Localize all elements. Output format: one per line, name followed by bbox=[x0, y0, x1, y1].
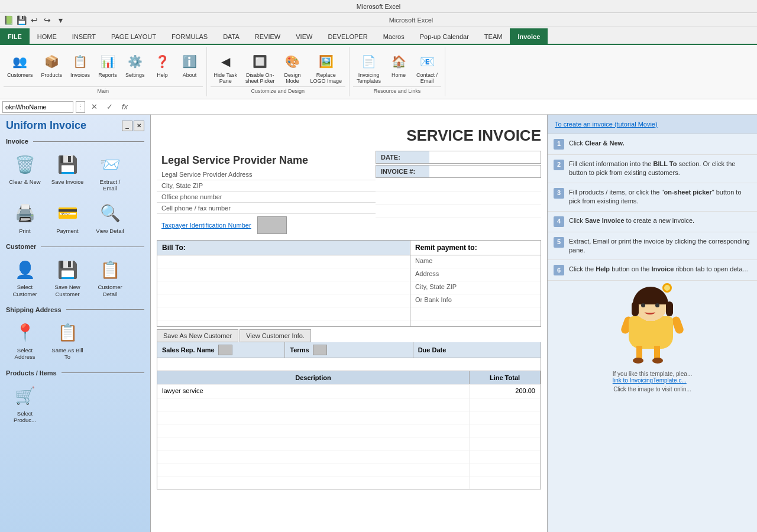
pane-select-customer[interactable]: 👤 Select Customer bbox=[5, 254, 45, 300]
pane-clear-new[interactable]: 🗑️ Clear & New bbox=[5, 148, 45, 195]
view-customer-info-btn[interactable]: View Customer Info. bbox=[240, 329, 311, 342]
main-layout: Uniform Invoice _ ✕ Invoice 🗑️ Clear & N… bbox=[0, 115, 757, 532]
help-step-5: 5 Extract, Email or print the invoice by… bbox=[548, 232, 757, 261]
tab-macros[interactable]: Macros bbox=[376, 28, 412, 44]
char-text-2[interactable]: Click the image to visit onlin... bbox=[613, 386, 693, 392]
pane-save-invoice[interactable]: 💾 Save Invoice bbox=[47, 148, 88, 195]
desc-header-description: Description bbox=[157, 371, 470, 384]
replace-logo-btn[interactable]: 🖼️ Replace LOGO Image bbox=[307, 50, 346, 86]
invoicing-templates-btn[interactable]: 📄 Invoicing Templates bbox=[353, 50, 384, 86]
tab-formulas[interactable]: FORMULAS bbox=[164, 28, 215, 44]
customer-detail-icon: 📋 bbox=[97, 257, 123, 283]
reports-icon: 📊 bbox=[98, 52, 117, 71]
provider-city[interactable]: City, State ZIP bbox=[157, 180, 376, 192]
same-as-bill-to-label: Same As Bill To bbox=[50, 347, 85, 361]
contact-email-btn[interactable]: 📧 Contact / Email bbox=[413, 50, 441, 86]
invoices-label: Invoices bbox=[70, 72, 90, 78]
desc-cell-description-1[interactable]: lawyer service bbox=[157, 385, 470, 398]
tab-data[interactable]: DATA bbox=[215, 28, 247, 44]
pane-customer-detail[interactable]: 📋 Customer Detail bbox=[90, 254, 130, 300]
bill-to-line-4[interactable] bbox=[157, 294, 410, 307]
products-btn[interactable]: 📦 Products bbox=[38, 50, 66, 86]
hide-task-pane-icon: ◀ bbox=[216, 52, 235, 71]
empty-row-2 bbox=[157, 398, 541, 411]
formula-cancel-btn[interactable]: ✕ bbox=[88, 101, 101, 113]
bill-to-line-5[interactable] bbox=[157, 307, 410, 320]
save-btn[interactable]: 💾 bbox=[15, 14, 27, 26]
tab-file[interactable]: FILE bbox=[0, 28, 30, 44]
tab-view[interactable]: VIEW bbox=[288, 28, 320, 44]
disable-onsheet-btn[interactable]: 🔲 Disable On- sheet Picker bbox=[242, 50, 279, 86]
excel-icon: 📗 bbox=[2, 14, 14, 26]
tab-invoice[interactable]: Invoice bbox=[510, 28, 548, 44]
tax-id-link[interactable]: Taxpayer Identification Number bbox=[161, 222, 251, 229]
tab-review[interactable]: REVIEW bbox=[247, 28, 288, 44]
desc-table: Description Line Total lawyer service 20… bbox=[157, 371, 541, 489]
pane-select-product[interactable]: 🛒 Select Produc... bbox=[5, 380, 45, 427]
task-pane-controls: _ ✕ bbox=[122, 121, 144, 131]
invoice-num-value[interactable] bbox=[429, 169, 541, 174]
tab-page-layout[interactable]: PAGE LAYOUT bbox=[103, 28, 164, 44]
formula-input[interactable] bbox=[134, 101, 755, 113]
name-box[interactable]: oknWhoName bbox=[2, 101, 73, 113]
bill-to-line-3[interactable] bbox=[157, 281, 410, 294]
customize-btn[interactable]: ▾ bbox=[54, 14, 66, 26]
about-btn[interactable]: ℹ️ About bbox=[177, 50, 203, 86]
formula-confirm-btn[interactable]: ✓ bbox=[103, 101, 116, 113]
bill-to-line-2[interactable] bbox=[157, 268, 410, 281]
pane-same-as-bill-to[interactable]: 📋 Same As Bill To bbox=[47, 317, 88, 364]
pane-extract-email[interactable]: 📨 Extract / Email bbox=[90, 148, 130, 195]
invoice-container: SERVICE INVOICE Legal Service Provider N… bbox=[151, 115, 547, 495]
char-image[interactable] bbox=[620, 287, 685, 364]
same-as-bill-to-icon: 📋 bbox=[54, 320, 80, 346]
provider-phone[interactable]: Office phone number bbox=[157, 192, 376, 203]
tutorial-link[interactable]: To create an invoice (tutorial Movie) bbox=[548, 115, 757, 134]
pane-view-detail[interactable]: 🔍 View Detail bbox=[90, 197, 130, 237]
desc-cell-linetotal-1[interactable]: 200.00 bbox=[470, 385, 541, 398]
remit-header: Remit payment to: bbox=[410, 241, 541, 255]
terms-picker[interactable] bbox=[313, 345, 327, 355]
hide-task-pane-btn[interactable]: ◀ Hide Task Pane bbox=[211, 50, 241, 86]
invoices-btn[interactable]: 📋 Invoices bbox=[67, 50, 93, 86]
tab-home[interactable]: HOME bbox=[30, 28, 64, 44]
tab-developer[interactable]: DEVELOPER bbox=[320, 28, 375, 44]
save-invoice-label: Save Invoice bbox=[51, 179, 83, 185]
formula-fx-btn[interactable]: fx bbox=[118, 101, 131, 113]
step-text-4: Click Save Invoice to create a new invoi… bbox=[569, 216, 751, 227]
desc-row-1: lawyer service 200.00 bbox=[157, 384, 541, 398]
tab-insert[interactable]: INSERT bbox=[64, 28, 103, 44]
provider-name[interactable]: Legal Service Provider Name bbox=[157, 151, 376, 169]
provider-address[interactable]: Legal Service Provider Address bbox=[157, 169, 376, 180]
help-btn[interactable]: ❓ Help bbox=[150, 50, 176, 86]
payment-icon: 💳 bbox=[54, 200, 80, 226]
provider-cell[interactable]: Cell phone / fax number bbox=[157, 203, 376, 214]
char-text-1: If you like this template, plea... bbox=[613, 371, 693, 377]
date-value[interactable] bbox=[429, 155, 541, 160]
pane-save-new-customer[interactable]: 💾 Save New Customer bbox=[47, 254, 88, 300]
formula-divider[interactable]: ⋮ bbox=[76, 101, 85, 113]
tab-popup-calendar[interactable]: Pop-up Calendar bbox=[412, 28, 477, 44]
pane-print[interactable]: 🖨️ Print bbox=[5, 197, 45, 237]
task-pane-close-btn[interactable]: ✕ bbox=[134, 121, 144, 131]
customer-actions: Save As New Customer View Customer Info. bbox=[157, 329, 541, 342]
pane-select-address[interactable]: 📍 Select Address bbox=[5, 317, 45, 364]
provider-section: Legal Service Provider Name Legal Servic… bbox=[157, 151, 376, 236]
shipping-section-header: Shipping Address bbox=[0, 303, 150, 314]
tab-team[interactable]: TEAM bbox=[477, 28, 510, 44]
design-mode-btn[interactable]: 🎨 Design Mode bbox=[280, 50, 306, 86]
remit-address: Address bbox=[410, 268, 541, 281]
char-link-1[interactable]: link to InvoicingTemplate.c... bbox=[613, 377, 693, 384]
settings-btn[interactable]: ⚙️ Settings bbox=[122, 50, 148, 86]
task-pane-minimize-btn[interactable]: _ bbox=[122, 121, 132, 131]
save-as-new-customer-btn[interactable]: Save As New Customer bbox=[157, 329, 238, 342]
undo-btn[interactable]: ↩ bbox=[28, 14, 40, 26]
sales-rep-picker[interactable] bbox=[218, 345, 232, 355]
pane-payment[interactable]: 💳 Payment bbox=[47, 197, 88, 237]
redo-btn[interactable]: ↪ bbox=[41, 14, 53, 26]
reports-btn[interactable]: 📊 Reports bbox=[95, 50, 121, 86]
customers-btn[interactable]: 👥 Customers bbox=[4, 50, 37, 86]
bill-to-line-1[interactable] bbox=[157, 255, 410, 268]
invoices-icon: 📋 bbox=[71, 52, 90, 71]
home-btn[interactable]: 🏠 Home bbox=[386, 50, 412, 86]
spreadsheet-area: SERVICE INVOICE Legal Service Provider N… bbox=[151, 115, 547, 532]
